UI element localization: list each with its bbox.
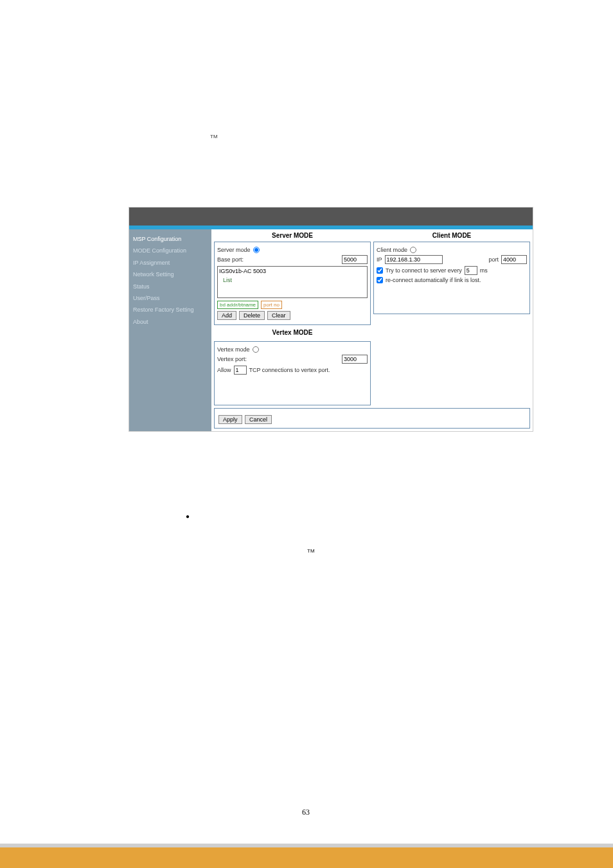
portno-placeholder[interactable]: port no bbox=[261, 301, 282, 309]
client-mode-radio-label: Client mode bbox=[377, 247, 407, 253]
clear-button[interactable]: Clear bbox=[267, 311, 290, 320]
server-list-label: List bbox=[219, 274, 366, 286]
vertex-mode-box: Vertex mode Vertex port: Allow TCP conne… bbox=[214, 341, 371, 405]
vertex-port-label: Vertex port: bbox=[217, 356, 247, 362]
client-ip-input[interactable] bbox=[385, 255, 443, 264]
footer-orange-bar bbox=[0, 847, 613, 868]
sidebar-item-msp-config[interactable]: MSP Configuration bbox=[129, 233, 211, 245]
content-area: MSP Configuration MODE Configuration IP … bbox=[129, 229, 533, 431]
cancel-button[interactable]: Cancel bbox=[245, 415, 272, 424]
page-number: 63 bbox=[302, 808, 310, 817]
reconnect-checkbox[interactable] bbox=[377, 277, 383, 283]
server-mode-radio-label: Server mode bbox=[217, 247, 251, 253]
config-window: MSP Configuration MODE Configuration IP … bbox=[129, 207, 533, 432]
trademark-symbol: TM bbox=[210, 134, 218, 139]
client-mode-radio[interactable] bbox=[410, 247, 416, 253]
vertex-allow-input[interactable] bbox=[234, 366, 247, 375]
base-port-label: Base port: bbox=[217, 256, 244, 263]
server-mode-radio[interactable] bbox=[253, 247, 260, 253]
sidebar-item-restore-factory[interactable]: Restore Factory Setting bbox=[129, 304, 211, 315]
vertex-allow-label: Allow bbox=[217, 367, 231, 373]
sidebar-item-user-pass[interactable]: User/Pass bbox=[129, 292, 211, 304]
server-mode-column: Server MODE Server mode Base port: IG bbox=[214, 232, 371, 405]
mode-row: Server MODE Server mode Base port: IG bbox=[214, 232, 530, 405]
client-ip-label: IP bbox=[377, 256, 382, 263]
client-port-label: port bbox=[488, 256, 499, 263]
client-mode-title: Client MODE bbox=[373, 232, 530, 242]
base-port-input[interactable] bbox=[342, 255, 368, 264]
sidebar-item-status[interactable]: Status bbox=[129, 281, 211, 292]
bullet-point: ● bbox=[186, 513, 190, 520]
try-connect-checkbox[interactable] bbox=[377, 267, 383, 274]
vertex-port-input[interactable] bbox=[342, 355, 368, 364]
add-button[interactable]: Add bbox=[217, 311, 236, 320]
try-connect-unit: ms bbox=[480, 267, 488, 274]
trademark-symbol-2: TM bbox=[307, 548, 315, 554]
client-mode-box: Client mode IP port Try to conn bbox=[373, 242, 530, 314]
vertex-mode-title: Vertex MODE bbox=[214, 329, 371, 339]
apply-button[interactable]: Apply bbox=[218, 415, 242, 424]
try-connect-label: Try to connect to server every bbox=[386, 267, 462, 274]
try-connect-input[interactable] bbox=[465, 266, 477, 275]
window-titlebar bbox=[129, 208, 533, 226]
vertex-allow-suffix: TCP connections to vertex port. bbox=[249, 367, 330, 373]
server-mode-title: Server MODE bbox=[214, 232, 371, 242]
server-list-box[interactable]: IGS0v1b-AC 5003 List bbox=[217, 266, 368, 298]
client-mode-column: Client MODE Client mode IP port bbox=[373, 232, 530, 405]
main-panel: Server MODE Server mode Base port: IG bbox=[211, 229, 533, 431]
server-list-entry[interactable]: IGS0v1b-AC 5003 bbox=[219, 268, 366, 274]
delete-button[interactable]: Delete bbox=[239, 311, 265, 320]
bdaddr-placeholder[interactable]: bd addr/btname bbox=[217, 301, 258, 309]
footer-bar bbox=[0, 844, 613, 868]
sidebar-item-mode-config[interactable]: MODE Configuration bbox=[129, 245, 211, 256]
sidebar-item-network-setting[interactable]: Network Setting bbox=[129, 269, 211, 280]
vertex-mode-radio-label: Vertex mode bbox=[217, 346, 250, 353]
reconnect-label: re-connect automatically if link is lost… bbox=[386, 277, 481, 283]
sidebar-item-about[interactable]: About bbox=[129, 316, 211, 328]
client-port-input[interactable] bbox=[501, 255, 527, 264]
server-mode-box: Server mode Base port: IGS0v1b-AC 5003 L… bbox=[214, 242, 371, 325]
sidebar-item-ip-assignment[interactable]: IP Assignment bbox=[129, 257, 211, 269]
vertex-mode-radio[interactable] bbox=[253, 346, 259, 353]
action-bar: Apply Cancel bbox=[214, 408, 530, 429]
sidebar-nav: MSP Configuration MODE Configuration IP … bbox=[129, 229, 211, 431]
